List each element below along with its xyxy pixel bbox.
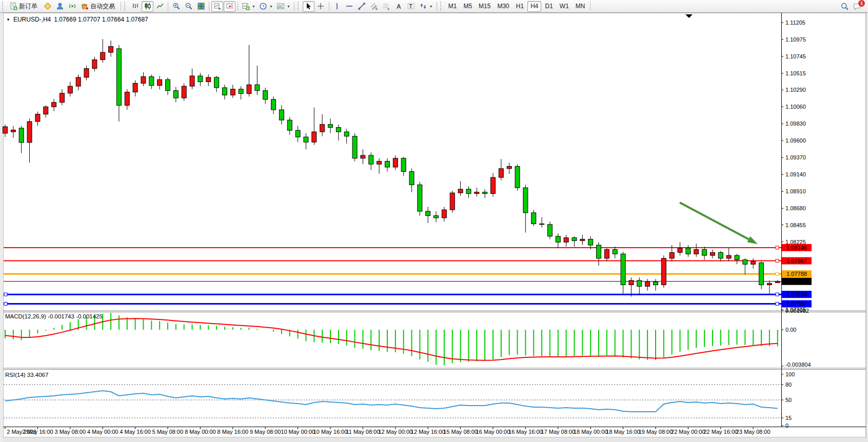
auto-scroll-icon [213,2,222,10]
chart-dropdown-icon[interactable]: ▼ [6,17,10,22]
vertical-line-tool-button[interactable] [331,1,343,12]
timeframe-M5[interactable]: M5 [460,1,475,12]
hline-handle[interactable] [776,272,779,275]
horizontal-line-tool-button[interactable] [344,1,356,12]
toolbar-separator [168,2,168,11]
svg-text:0.00: 0.00 [785,327,796,333]
autotrading-icon [81,2,89,10]
indicators-icon [242,2,250,10]
vertical-line-icon [333,2,341,10]
timeframe-H1[interactable]: H1 [513,1,527,12]
candlestick-chart-button[interactable] [142,1,153,12]
indicators-button[interactable]: ▼ [240,1,257,12]
toolbar-separator [329,2,329,11]
dropdown-arrow-icon[interactable]: ▼ [429,5,433,8]
zoom-out-icon [185,2,193,10]
toolbar: 新订单 自动交易 [0,0,868,13]
fibonacci-tool-button[interactable]: F [381,1,392,12]
autotrading-button[interactable]: 自动交易 [78,1,119,12]
svg-text:1.08910: 1.08910 [785,188,806,194]
svg-text:1.09370: 1.09370 [785,154,806,160]
svg-text:E: E [376,7,378,10]
auto-scroll-button[interactable] [211,1,223,12]
dropdown-arrow-icon[interactable]: ▼ [287,5,290,8]
templates-icon [277,2,285,10]
svg-text:3 May 08:00: 3 May 08:00 [55,429,86,435]
text-label-icon: T [407,2,415,10]
search-button[interactable] [839,1,851,12]
timeframe-MN[interactable]: MN [573,1,588,12]
svg-text:11 May 08:00: 11 May 08:00 [346,429,380,435]
svg-text:A: A [397,3,401,10]
toolbar-separator [209,2,209,11]
chart-header: ▼ EURUSD-,H4 1.07669 1.07707 1.07664 1.0… [6,16,148,23]
toolbar-separator [590,2,590,11]
equidistant-channel-icon: E [370,2,378,10]
mql5-community-button[interactable] [54,1,66,12]
chart-shift-button[interactable] [224,1,235,12]
periods-button[interactable]: ▼ [258,1,274,12]
cursor-tool-button[interactable] [303,1,314,12]
timeframe-M15[interactable]: M15 [476,1,494,12]
svg-text:0.001982: 0.001982 [785,308,809,314]
timeframe-W1[interactable]: W1 [557,1,572,12]
signals-icon [68,2,76,10]
crosshair-tool-button[interactable] [315,1,327,12]
toolbar-grip[interactable] [2,2,5,11]
arrows-icon [419,2,427,10]
hline-handle[interactable] [776,302,779,305]
line-chart-icon [156,2,164,10]
hline-handle[interactable] [776,259,779,263]
channel-tool-button[interactable]: E [368,1,380,12]
clock-icon [259,2,267,10]
line-chart-button[interactable] [154,1,166,12]
hline-handle[interactable] [776,246,779,249]
trading-terminal-window: 新订单 自动交易 [0,0,868,442]
toolbar-grip[interactable] [298,2,300,11]
dropdown-arrow-icon[interactable]: ▼ [252,5,255,8]
toolbar-grip[interactable] [440,2,443,11]
hline-handle[interactable] [4,293,7,296]
arrows-tool-button[interactable]: ▼ [418,1,435,12]
svg-text:5 May 08:00: 5 May 08:00 [152,429,184,435]
autotrading-label: 自动交易 [90,2,115,11]
timeframe-M1[interactable]: M1 [445,1,460,12]
svg-text:17 May 08:00: 17 May 08:00 [541,429,575,435]
timeframe-H4[interactable]: H4 [527,1,541,12]
cursor-icon [304,2,312,10]
zoom-out-button[interactable] [183,1,194,12]
timeframe-D1[interactable]: D1 [542,1,556,12]
new-order-button[interactable]: 新订单 [7,1,41,12]
window-bottom-strip [0,437,868,442]
chart-symbol-period: EURUSD-,H4 [13,16,51,23]
text-tool-button[interactable]: A [393,1,405,12]
templates-button[interactable]: ▼ [275,1,292,12]
text-label-tool-button[interactable]: T [405,1,417,12]
zoom-in-button[interactable] [170,1,182,12]
chat-button[interactable]: 1 [851,1,863,12]
signals-button[interactable] [66,1,78,12]
svg-text:0: 0 [785,423,788,429]
tile-windows-button[interactable] [195,1,207,12]
svg-text:1.07510: 1.07510 [786,291,807,297]
hline-handle[interactable] [4,302,7,305]
toolbar-grip[interactable] [124,2,127,11]
mql5-community-icon [56,2,64,10]
svg-text:1.07967: 1.07967 [786,258,807,264]
macd-indicator-label: MACD(12,26,9) -0.001743 -0.001425 [5,313,103,319]
chart-ohlc-readout: 1.07669 1.07707 1.07664 1.07687 [54,16,148,23]
metaeditor-button[interactable] [42,1,53,12]
bar-chart-button[interactable] [129,1,141,12]
tile-windows-icon [197,2,205,10]
svg-text:1.08225: 1.08225 [785,239,806,245]
chart-canvas[interactable]: 1.112051.109751.107451.105151.102901.100… [0,13,868,442]
trendline-tool-button[interactable] [356,1,368,12]
timeframe-M30[interactable]: M30 [494,1,512,12]
svg-text:19 May 08:00: 19 May 08:00 [639,429,673,435]
svg-text:1.10745: 1.10745 [785,53,806,59]
hline-handle[interactable] [776,293,779,296]
svg-text:12 May 16:00: 12 May 16:00 [411,429,445,435]
svg-text:1.08680: 1.08680 [785,205,806,211]
dropdown-arrow-icon[interactable]: ▼ [269,5,273,8]
svg-text:F: F [388,8,390,11]
